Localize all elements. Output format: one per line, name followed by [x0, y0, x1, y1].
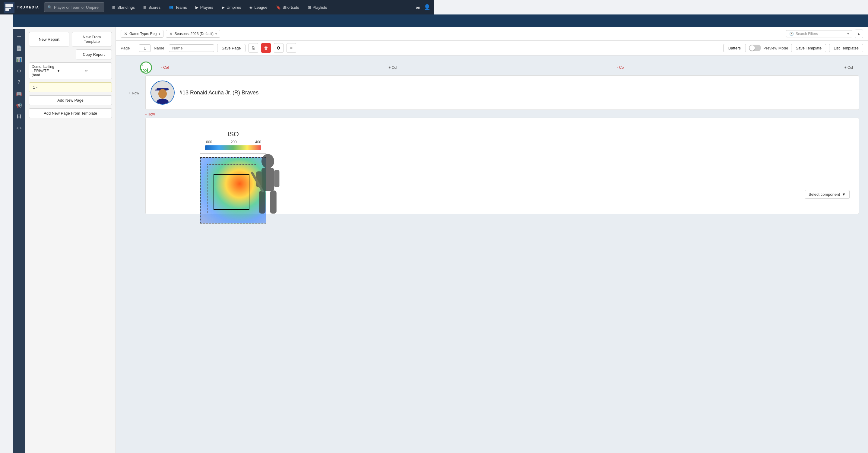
page-item: 1 - — [29, 82, 112, 92]
name-input[interactable] — [169, 44, 214, 52]
user-icon[interactable]: 👤 — [424, 4, 430, 10]
row-wrapper: + Row A — [125, 76, 434, 111]
players-icon: ▶ — [195, 5, 198, 10]
delete-page-button[interactable]: 🗑 — [261, 43, 271, 53]
svg-point-8 — [158, 89, 167, 99]
svg-point-10 — [261, 154, 274, 169]
nav-link-scores[interactable]: ⊞ Scores — [139, 0, 165, 14]
teams-icon: 👥 — [169, 5, 174, 9]
svg-point-9 — [157, 99, 168, 104]
iso-title: ISO — [205, 130, 261, 138]
svg-rect-3 — [9, 7, 11, 9]
add-col-button[interactable]: + Col — [140, 62, 152, 73]
content-area: ☰ 📄 📊 ⚙ ? 📖 📢 🖼 </> New Report New From … — [13, 27, 434, 227]
page-filter-button[interactable]: ≡ — [286, 43, 296, 53]
blue-header-bar — [13, 14, 434, 27]
report-selector[interactable]: Demo: batting - PRIVATE (brad... ▾ ✏ — [29, 62, 112, 79]
row-side-actions: + Row — [125, 91, 143, 95]
page-number-input[interactable] — [139, 44, 151, 52]
add-new-page-from-template-button[interactable]: Add New Page From Template — [29, 108, 112, 118]
delete-icon: 🗑 — [264, 46, 268, 50]
add-new-page-button[interactable]: Add New Page — [29, 95, 112, 105]
add-col-label: + Col — [141, 62, 151, 73]
hamburger-menu[interactable]: ☰ — [14, 31, 24, 41]
logo-icon — [4, 2, 14, 13]
nav-link-teams[interactable]: 👥 Teams — [165, 0, 191, 14]
filter-bar: ✕ Game Type: Reg ▾ ✕ Seasons: 2023 (Defa… — [116, 27, 434, 41]
seasons-label: Seasons: 2023 (Default) — [175, 32, 214, 36]
nav-link-league[interactable]: ◈ League — [245, 0, 272, 14]
report-canvas: + Col - Col + Col - Col + Col + Row — [116, 56, 434, 227]
logo[interactable]: TRUMEDIA — [4, 2, 39, 13]
page-toolbar: Page Name Save Page ⎘ 🗑 ⚙ ≡ Batters — [116, 41, 434, 56]
playlists-icon: ⊞ — [308, 5, 311, 10]
batter-silhouette — [248, 151, 287, 223]
heatmap-row-wrapper: ISO .000 .200 .400 — [125, 118, 434, 214]
image-sidebar-icon[interactable]: 🖼 — [14, 112, 24, 122]
seasons-filter[interactable]: ✕ Seasons: 2023 (Default) ▾ — [166, 30, 220, 38]
add-row-button[interactable]: + Row — [129, 91, 139, 95]
player-name-display: #13 Ronald Acuña Jr. (R) Braves — [180, 90, 258, 96]
name-label: Name — [154, 46, 166, 50]
help-sidebar-icon[interactable]: ? — [14, 77, 24, 87]
search-placeholder-text: Player or Team or Umpire — [54, 5, 99, 10]
nav-link-players[interactable]: ▶ Players — [191, 0, 217, 14]
save-page-button[interactable]: Save Page — [217, 44, 246, 52]
minus-col-1[interactable]: - Col — [155, 65, 175, 70]
minus-row-button[interactable]: - Row — [145, 112, 155, 116]
page-settings-button[interactable]: ⚙ — [274, 43, 283, 53]
nav-link-standings[interactable]: ⊞ Standings — [108, 0, 139, 14]
nav-link-umpires[interactable]: ▶ Umpires — [217, 0, 245, 14]
svg-rect-0 — [5, 4, 9, 7]
button-row: New Report New From Template — [29, 32, 112, 47]
game-type-dropdown-icon: ▾ — [159, 32, 160, 36]
search-icon: 🔍 — [48, 5, 52, 10]
heatmap-zone — [200, 157, 266, 223]
iso-legend-container: ISO .000 .200 .400 — [200, 127, 266, 223]
player-photo: A — [151, 81, 175, 104]
plus-col-1[interactable]: + Col — [382, 65, 403, 70]
svg-rect-1 — [9, 4, 13, 7]
nav-link-shortcuts[interactable]: 🔖 Shortcuts — [272, 0, 303, 14]
reports-sidebar-icon[interactable]: 📄 — [14, 43, 24, 53]
svg-rect-13 — [274, 170, 279, 187]
main-wrapper: ☰ 📄 📊 ⚙ ? 📖 📢 🖼 </> New Report New From … — [13, 14, 434, 227]
global-search[interactable]: 🔍 Player or Team or Umpire — [44, 2, 104, 12]
logo-text: TRUMEDIA — [17, 5, 39, 9]
svg-rect-6 — [155, 90, 159, 90]
scores-icon: ⊞ — [143, 5, 147, 10]
new-report-button[interactable]: New Report — [29, 32, 69, 47]
nav-links: ⊞ Standings ⊞ Scores 👥 Teams ▶ Players ▶… — [108, 0, 415, 14]
seasons-clear-icon[interactable]: ✕ — [169, 31, 173, 36]
locale-selector[interactable]: en — [416, 5, 420, 10]
top-navigation: TRUMEDIA 🔍 Player or Team or Umpire ⊞ St… — [0, 0, 434, 14]
megaphone-sidebar-icon[interactable]: 📢 — [14, 100, 24, 110]
left-sidebar: ☰ 📄 📊 ⚙ ? 📖 📢 🖼 </> — [13, 29, 25, 227]
player-info-row: A #13 Ronald Acuña Jr. (R) Braves — [145, 76, 434, 110]
svg-rect-14 — [259, 191, 266, 214]
game-type-filter[interactable]: ✕ Game Type: Reg ▾ — [121, 30, 163, 38]
page-label: Page — [121, 46, 136, 50]
svg-rect-15 — [270, 191, 277, 214]
iso-min: .000 — [205, 140, 212, 144]
chart-sidebar-icon[interactable]: 📊 — [14, 54, 24, 64]
copy-page-button[interactable]: ⎘ — [249, 43, 258, 53]
iso-mid: .200 — [229, 140, 237, 144]
seasons-dropdown-icon: ▾ — [215, 32, 217, 36]
code-sidebar-icon[interactable]: </> — [14, 123, 24, 133]
copy-report-button[interactable]: Copy Report — [76, 50, 112, 59]
standings-icon: ⊞ — [112, 5, 116, 10]
report-dropdown-icon: ▾ — [58, 69, 82, 73]
filter-icon: ≡ — [290, 46, 292, 50]
player-full-name: #13 Ronald Acuña Jr. (R) Braves — [180, 90, 258, 96]
report-edit-icon[interactable]: ✏ — [85, 69, 109, 73]
shortcuts-icon: 🔖 — [276, 5, 281, 10]
game-type-clear-icon[interactable]: ✕ — [124, 31, 128, 36]
settings-sidebar-icon[interactable]: ⚙ — [14, 66, 24, 76]
minus-row-wrapper: - Row — [145, 112, 434, 116]
game-type-label: Game Type: Reg — [129, 32, 157, 36]
new-from-template-button[interactable]: New From Template — [72, 32, 112, 47]
book-sidebar-icon[interactable]: 📖 — [14, 89, 24, 99]
nav-link-playlists[interactable]: ⊞ Playlists — [303, 0, 332, 14]
svg-rect-11 — [261, 168, 274, 191]
